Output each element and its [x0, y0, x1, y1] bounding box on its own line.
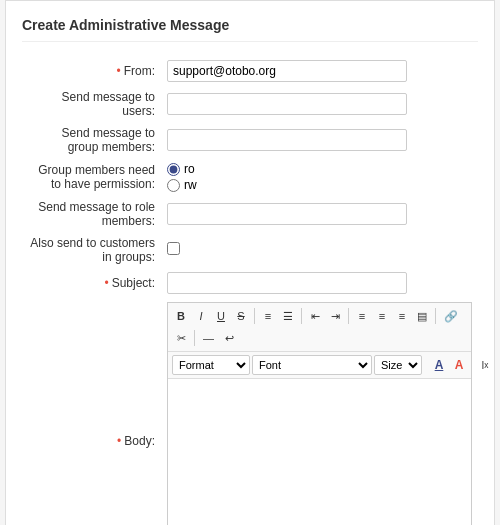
permission-ro-row: ro — [167, 162, 472, 176]
send-groups-label: Send message to group members: — [22, 122, 161, 158]
underline-button[interactable]: U — [212, 306, 230, 326]
page-title: Create Administrative Message — [22, 17, 478, 42]
send-roles-row: Send message to role members: — [22, 196, 478, 232]
subscript-button[interactable]: Ix — [476, 355, 494, 375]
undo-button[interactable]: ↩ — [220, 328, 238, 348]
permission-radio-group: ro rw — [167, 162, 472, 192]
bg-color-button[interactable]: A — [450, 355, 468, 375]
body-row: •Body: B I U S ≡ ☰ — [22, 298, 478, 525]
unordered-list-button[interactable]: ☰ — [279, 306, 297, 326]
page-container: Create Administrative Message •From: Sen… — [5, 0, 495, 525]
permission-rw-row: rw — [167, 178, 472, 192]
permission-label: Group members need to have permission: — [22, 158, 161, 196]
rich-editor: B I U S ≡ ☰ ⇤ ⇥ — [167, 302, 472, 525]
editor-body[interactable] — [168, 379, 471, 525]
permission-ro-label: ro — [184, 162, 195, 176]
link-button[interactable]: 🔗 — [440, 306, 462, 326]
indent-button[interactable]: ⇥ — [326, 306, 344, 326]
send-roles-input[interactable] — [167, 203, 407, 225]
body-label: •Body: — [22, 298, 161, 525]
toolbar-sep1 — [254, 308, 255, 324]
outdent-button[interactable]: ⇤ — [306, 306, 324, 326]
subject-cell — [161, 268, 478, 298]
toolbar-row1: B I U S ≡ ☰ ⇤ ⇥ — [168, 303, 471, 352]
permission-rw-label: rw — [184, 178, 197, 192]
format-select[interactable]: Format Paragraph Heading 1 Heading 2 — [172, 355, 250, 375]
permission-rw-radio[interactable] — [167, 179, 180, 192]
align-justify-button[interactable]: ▤ — [413, 306, 431, 326]
font-color-button[interactable]: A — [430, 355, 448, 375]
toolbar-sep2 — [301, 308, 302, 324]
send-groups-input[interactable] — [167, 129, 407, 151]
subject-label: •Subject: — [22, 268, 161, 298]
font-select[interactable]: Font Arial Times New Roman Courier New — [252, 355, 372, 375]
send-customers-label: Also send to customers in groups: — [22, 232, 161, 268]
subject-input[interactable] — [167, 272, 407, 294]
from-input[interactable] — [167, 60, 407, 82]
toolbar-sep4 — [435, 308, 436, 324]
send-users-row: Send message to users: — [22, 86, 478, 122]
align-right-button[interactable]: ≡ — [393, 306, 411, 326]
permission-row: Group members need to have permission: r… — [22, 158, 478, 196]
send-groups-cell — [161, 122, 478, 158]
body-cell: B I U S ≡ ☰ ⇤ ⇥ — [161, 298, 478, 525]
send-users-input[interactable] — [167, 93, 407, 115]
send-roles-label: Send message to role members: — [22, 196, 161, 232]
align-center-button[interactable]: ≡ — [373, 306, 391, 326]
required-indicator: • — [116, 64, 120, 78]
permission-cell: ro rw — [161, 158, 478, 196]
italic-button[interactable]: I — [192, 306, 210, 326]
subject-row: •Subject: — [22, 268, 478, 298]
send-customers-row: Also send to customers in groups: — [22, 232, 478, 268]
required-indicator-body: • — [117, 434, 121, 448]
send-groups-row: Send message to group members: — [22, 122, 478, 158]
send-customers-checkbox[interactable] — [167, 242, 180, 255]
required-indicator-subject: • — [104, 276, 108, 290]
send-roles-cell — [161, 196, 478, 232]
form-table: •From: Send message to users: Send messa… — [22, 56, 478, 525]
from-label: •From: — [22, 56, 161, 86]
from-cell — [161, 56, 478, 86]
hr-button[interactable]: — — [199, 328, 218, 348]
from-row: •From: — [22, 56, 478, 86]
strikethrough-button[interactable]: S — [232, 306, 250, 326]
toolbar-sep5 — [194, 330, 195, 346]
toolbar-sep3 — [348, 308, 349, 324]
align-left-button[interactable]: ≡ — [353, 306, 371, 326]
toolbar-row2: Format Paragraph Heading 1 Heading 2 Fon… — [168, 352, 471, 379]
send-users-label: Send message to users: — [22, 86, 161, 122]
permission-ro-radio[interactable] — [167, 163, 180, 176]
ordered-list-button[interactable]: ≡ — [259, 306, 277, 326]
size-select[interactable]: Size 8 10 12 14 — [374, 355, 422, 375]
bold-button[interactable]: B — [172, 306, 190, 326]
send-users-cell — [161, 86, 478, 122]
unlink-button[interactable]: ✂ — [172, 328, 190, 348]
send-customers-cell — [161, 232, 478, 268]
